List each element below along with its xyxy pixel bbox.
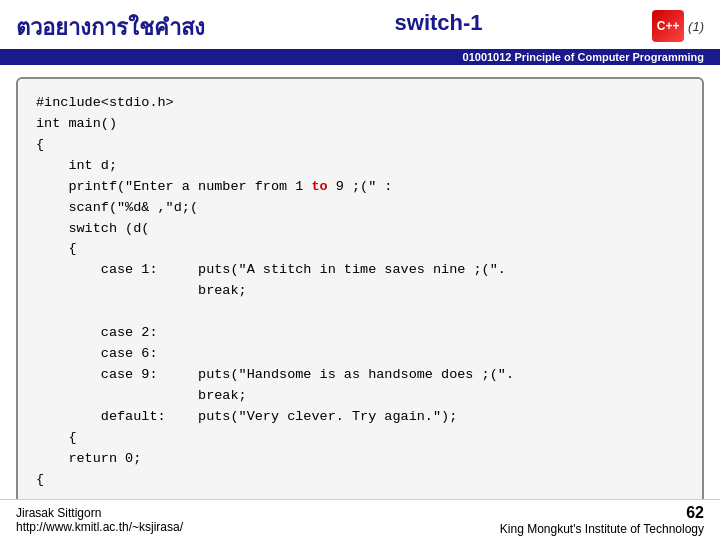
page-footer: Jirasak Sittigorn http://www.kmitl.ac.th…	[0, 499, 720, 540]
page-number: 62	[686, 504, 704, 522]
footer-left: Jirasak Sittigorn http://www.kmitl.ac.th…	[16, 506, 183, 534]
institution: King Mongkut's Institute of Technology	[500, 522, 704, 536]
slide-number: (1)	[688, 19, 704, 34]
author-name: Jirasak Sittigorn	[16, 506, 183, 520]
logo-icon: C++	[652, 10, 684, 42]
subtitle-bar: 01001012 Principle of Computer Programmi…	[0, 49, 720, 65]
author-url: http://www.kmitl.ac.th/~ksjirasa/	[16, 520, 183, 534]
logo-area: C++ (1)	[652, 10, 704, 42]
header-right: C++ (1)	[652, 10, 704, 42]
code-line-1: #include<stdio.h> int main() { int d; pr…	[36, 95, 514, 487]
footer-right: 62 King Mongkut's Institute of Technolog…	[500, 504, 704, 536]
code-container: #include<stdio.h> int main() { int d; pr…	[16, 77, 704, 507]
code-block: #include<stdio.h> int main() { int d; pr…	[36, 93, 684, 491]
title-en: switch-1	[225, 10, 652, 36]
page-header: ตวอยางการใชคำสง switch-1 C++ (1)	[0, 0, 720, 49]
title-thai: ตวอยางการใชคำสง	[16, 10, 205, 45]
